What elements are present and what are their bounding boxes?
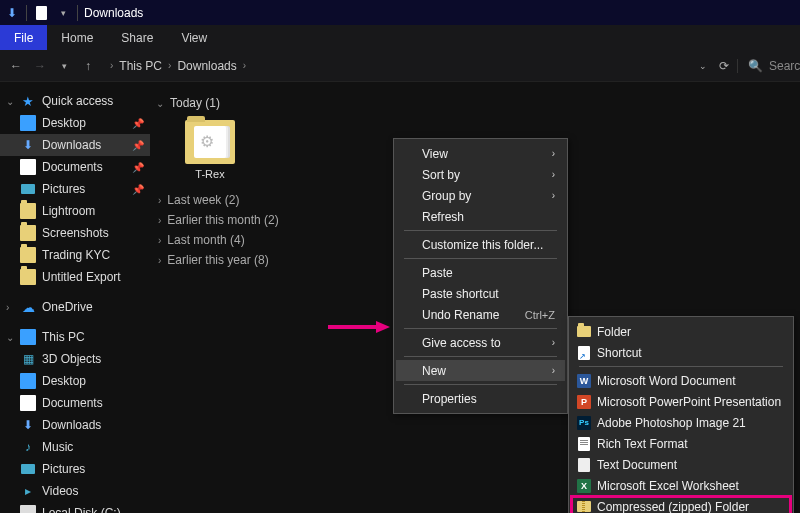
back-button[interactable]: ← [8,58,24,74]
desktop-icon [20,115,36,131]
ctx-paste[interactable]: Paste [396,262,565,283]
tab-home[interactable]: Home [47,25,107,50]
folder-icon [20,203,36,219]
star-icon: ★ [20,93,36,109]
file-icon[interactable] [33,5,49,21]
new-powerpoint[interactable]: PMicrosoft PowerPoint Presentation [571,391,791,412]
folder-icon [20,247,36,263]
pictures-icon [20,181,36,197]
hotkey: Ctrl+Z [525,309,555,321]
chevron-right-icon: › [552,169,555,180]
ctx-refresh[interactable]: Refresh [396,206,565,227]
sidebar-quick-access[interactable]: ⌄★Quick access [0,90,150,112]
crumb-folder[interactable]: Downloads [177,59,236,73]
annotation-arrow [328,320,390,334]
downloads-icon: ⬇ [20,417,36,433]
pin-icon: 📌 [132,118,144,129]
sidebar-pc-local-disk[interactable]: Local Disk (C:) [0,502,150,513]
up-button[interactable]: ↑ [80,58,96,74]
zip-icon [576,499,592,514]
sidebar-pc-pictures[interactable]: Pictures [0,458,150,480]
forward-button[interactable]: → [32,58,48,74]
new-folder[interactable]: Folder [571,321,791,342]
sidebar-pc-documents[interactable]: Documents [0,392,150,414]
ctx-properties[interactable]: Properties [396,388,565,409]
titlebar: ⬇ ▾ Downloads [0,0,800,25]
sidebar-item-screenshots[interactable]: Screenshots [0,222,150,244]
sidebar-pc-videos[interactable]: ▸Videos [0,480,150,502]
refresh-button[interactable]: ⟳ [719,59,729,73]
photoshop-icon: Ps [576,415,592,431]
search-placeholder: Search [769,59,800,73]
tab-view[interactable]: View [167,25,221,50]
ctx-customize[interactable]: Customize this folder... [396,234,565,255]
svg-marker-1 [376,321,390,333]
address-dropdown[interactable]: ⌄ [695,58,711,74]
folder-t-rex[interactable]: T-Rex [170,120,250,180]
ctx-new[interactable]: New› [396,360,565,381]
tab-file[interactable]: File [0,25,47,50]
word-icon: W [576,373,592,389]
new-compressed-folder[interactable]: Compressed (zipped) Folder [571,496,791,513]
new-excel[interactable]: XMicrosoft Excel Worksheet [571,475,791,496]
ribbon-tabs: File Home Share View [0,25,800,50]
new-shortcut[interactable]: Shortcut [571,342,791,363]
ctx-give-access-to[interactable]: Give access to› [396,332,565,353]
shortcut-icon [576,345,592,361]
text-icon [576,457,592,473]
breadcrumb[interactable]: › This PC › Downloads › [104,59,687,73]
documents-icon [20,395,36,411]
ctx-paste-shortcut[interactable]: Paste shortcut [396,283,565,304]
sidebar-pc-downloads[interactable]: ⬇Downloads [0,414,150,436]
tab-share[interactable]: Share [107,25,167,50]
sidebar-pc-desktop[interactable]: Desktop [0,370,150,392]
sidebar-pc-music[interactable]: ♪Music [0,436,150,458]
folder-icon [576,324,592,340]
folder-icon [20,269,36,285]
videos-icon: ▸ [20,483,36,499]
folder-label: T-Rex [195,168,224,180]
recent-dropdown[interactable]: ▾ [56,58,72,74]
sidebar-pc-3d-objects[interactable]: ▦3D Objects [0,348,150,370]
sidebar-item-trading-kyc[interactable]: Trading KYC [0,244,150,266]
3d-icon: ▦ [20,351,36,367]
rtf-icon [576,436,592,452]
chevron-right-icon: › [552,365,555,376]
pin-icon: 📌 [132,140,144,151]
pictures-icon [20,461,36,477]
ctx-undo-rename[interactable]: Undo RenameCtrl+Z [396,304,565,325]
documents-icon [20,159,36,175]
ctx-group-by[interactable]: Group by› [396,185,565,206]
sidebar-item-documents[interactable]: Documents📌 [0,156,150,178]
nav-sidebar: ⌄★Quick access Desktop📌 ⬇Downloads📌 Docu… [0,82,150,513]
new-text-document[interactable]: Text Document [571,454,791,475]
ctx-sort-by[interactable]: Sort by› [396,164,565,185]
navbar: ← → ▾ ↑ › This PC › Downloads › ⌄ ⟳ 🔍 Se… [0,50,800,82]
group-today[interactable]: ⌄Today (1) [156,92,794,114]
pin-icon: 📌 [132,162,144,173]
sidebar-item-lightroom[interactable]: Lightroom [0,200,150,222]
dropdown-icon[interactable]: ▾ [55,5,71,21]
chevron-icon: › [168,60,171,71]
chevron-icon: › [243,60,246,71]
pin-icon: 📌 [132,184,144,195]
chevron-right-icon: › [552,190,555,201]
sidebar-item-untitled-export[interactable]: Untitled Export [0,266,150,288]
new-rtf[interactable]: Rich Text Format [571,433,791,454]
sidebar-onedrive[interactable]: ›☁OneDrive [0,296,150,318]
search-icon: 🔍 [748,59,763,73]
sidebar-this-pc[interactable]: ⌄This PC [0,326,150,348]
sidebar-item-pictures[interactable]: Pictures📌 [0,178,150,200]
folder-icon [185,120,235,164]
ctx-view[interactable]: View› [396,143,565,164]
down-arrow-icon[interactable]: ⬇ [4,5,20,21]
music-icon: ♪ [20,439,36,455]
new-word-document[interactable]: WMicrosoft Word Document [571,370,791,391]
new-photoshop[interactable]: PsAdobe Photoshop Image 21 [571,412,791,433]
search-box[interactable]: 🔍 Search [737,59,792,73]
sidebar-item-desktop[interactable]: Desktop📌 [0,112,150,134]
chevron-right-icon: › [552,337,555,348]
sidebar-item-downloads[interactable]: ⬇Downloads📌 [0,134,150,156]
crumb-root[interactable]: This PC [119,59,162,73]
chevron-right-icon: › [552,148,555,159]
